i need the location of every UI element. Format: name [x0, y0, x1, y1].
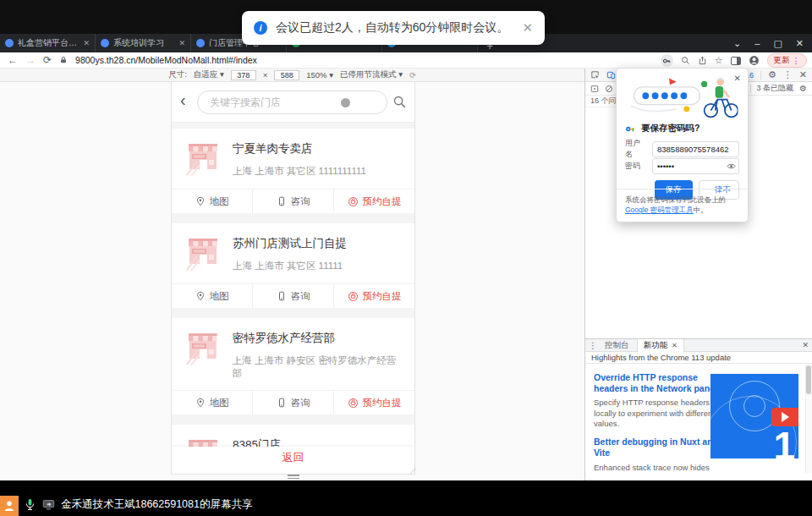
map-button[interactable]: 地图: [172, 189, 252, 213]
meeting-toast: i 会议已超过2人，自动转为60分钟限时会议。 ✕: [242, 11, 545, 45]
profile-avatar-icon[interactable]: [749, 55, 760, 66]
console-context-icon[interactable]: [590, 85, 599, 93]
whats-new-link[interactable]: Override HTTP response headers in the Ne…: [594, 372, 721, 394]
store-info: 宁夏羊肉专卖店 上海 上海市 其它区 1111111111: [233, 140, 366, 178]
info-icon: i: [254, 21, 267, 35]
mobile-viewport: ‹ 宁夏羊肉专卖店 上海 上海市 其它区 1111111111 地图 咨询: [172, 82, 414, 474]
tab-search-icon[interactable]: ⌄: [733, 38, 741, 49]
store-actions: 地图 咨询 预约自提: [172, 189, 414, 213]
store-address: 上海 上海市 其它区 1111111111: [233, 165, 366, 178]
back-chevron-icon[interactable]: ‹: [180, 91, 186, 108]
version-number: 1: [773, 426, 795, 458]
google-key-icon: [625, 124, 636, 134]
store-info: 苏州门店测试上门自提 上海 上海市 其它区 11111: [233, 234, 347, 273]
tab-title: 礼盒营销平台管理中心: [18, 37, 79, 49]
drawer-close-icon[interactable]: ✕: [802, 341, 809, 349]
chrome-update-button[interactable]: 更新 ⋮: [767, 53, 808, 68]
whats-new-text: Specify HTTP response headers locally to…: [594, 398, 721, 429]
whats-new-header: Highlights from the Chrome 113 update: [585, 352, 812, 364]
whats-new-body: Override HTTP response headers in the Ne…: [585, 364, 812, 473]
toast-message: 会议已超过2人，自动转为60分钟限时会议。: [276, 20, 508, 36]
store-address: 上海 上海市 静安区 密特罗德水产经营部: [233, 354, 404, 380]
pickup-button[interactable]: 预约自提: [333, 284, 414, 308]
lock-icon: [59, 56, 68, 64]
throttle-dropdown[interactable]: 已停用节流模式 ▾: [340, 69, 403, 80]
inspect-element-icon[interactable]: [590, 70, 600, 80]
window-close-button[interactable]: ✕: [796, 38, 804, 49]
touch-cursor-dot: [341, 98, 350, 107]
tab-gift-admin[interactable]: 礼盒营销平台管理中心 ✕: [0, 34, 96, 52]
devtools-close-icon[interactable]: ✕: [799, 70, 807, 80]
menu-dots-icon: ⋮: [793, 56, 801, 65]
password-row: 密码: [625, 158, 739, 174]
tab-training[interactable]: 系统培训学习 ✕: [96, 34, 191, 52]
toast-close-icon[interactable]: ✕: [522, 20, 533, 36]
dialog-footer: 系统会将密码保存到此设备上的 Google 密码管理工具中。: [617, 189, 748, 222]
zoom-dropdown[interactable]: 150% ▾: [306, 70, 333, 80]
zoom-icon[interactable]: [681, 56, 690, 65]
url-text[interactable]: 9800ys.th28.cn/MobileModNoMall.html#/ind…: [75, 55, 257, 65]
username-field[interactable]: [652, 141, 739, 157]
bookmark-star-icon[interactable]: ☆: [715, 55, 723, 66]
pickup-button[interactable]: 预约自提: [333, 189, 414, 213]
consult-button[interactable]: 咨询: [252, 284, 333, 308]
password-label: 密码: [625, 161, 647, 172]
devtools-settings-icon[interactable]: ⚙: [768, 70, 776, 80]
tab-close-icon[interactable]: ✕: [83, 39, 90, 47]
toolbar-right-cluster: ☆ 更新 ⋮: [661, 52, 807, 69]
username-label: 用户名: [625, 138, 647, 160]
tab-console[interactable]: 控制台: [599, 339, 635, 352]
pickup-button[interactable]: 预约自提: [333, 391, 414, 414]
dialog-title: 要保存密码吗?: [625, 123, 700, 134]
refresh-icon[interactable]: ⟳: [43, 55, 52, 65]
search-pill[interactable]: [197, 91, 387, 114]
share-status-row: 金禾通技术王斌18662591081的屏幕共享: [24, 497, 252, 512]
microphone-icon[interactable]: [24, 498, 36, 511]
share-icon[interactable]: [698, 56, 707, 65]
password-key-icon[interactable]: [661, 54, 673, 67]
storefront-icon: [184, 234, 222, 273]
store-name: 苏州门店测试上门自提: [233, 236, 347, 251]
store-card-3: 密特罗德水产经营部 上海 上海市 静安区 密特罗德水产经营部 地图 咨询 预约自…: [172, 318, 414, 414]
store-search-input[interactable]: [198, 91, 387, 113]
drawer-menu-icon[interactable]: ⋮: [589, 341, 597, 350]
store-card-top: 密特罗德水产经营部 上海 上海市 静安区 密特罗德水产经营部: [172, 318, 414, 391]
store-list: 宁夏羊肉专卖店 上海 上海市 其它区 1111111111 地图 咨询 预约自提…: [172, 123, 414, 474]
rotate-icon[interactable]: ⟳: [409, 70, 416, 80]
devtools-menu-icon[interactable]: ⋮: [783, 70, 793, 80]
forward-icon[interactable]: →: [25, 55, 36, 65]
tab-close-icon[interactable]: ✕: [672, 342, 678, 349]
tab-whats-new[interactable]: 新功能 ✕: [637, 339, 684, 352]
tab-favicon: [196, 39, 205, 47]
responsive-dropdown[interactable]: 自适应 ▾: [194, 69, 224, 80]
times-label: ×: [263, 70, 268, 80]
viewport-height-input[interactable]: [274, 70, 299, 80]
password-manager-link[interactable]: Google 密码管理工具: [625, 206, 694, 214]
drag-handle[interactable]: [288, 475, 299, 480]
map-button[interactable]: 地图: [172, 391, 252, 414]
search-icon[interactable]: [392, 95, 407, 109]
map-button[interactable]: 地图: [172, 284, 252, 308]
resize-corner-icon[interactable]: ⟋: [410, 467, 415, 476]
back-icon[interactable]: ←: [8, 55, 18, 65]
devtools-drawer: ⋮ 控制台 新功能 ✕ ✕ Highlights from the Chrome…: [584, 338, 812, 474]
viewport-width-input[interactable]: [231, 70, 256, 80]
store-card-2: 苏州门店测试上门自提 上海 上海市 其它区 11111 地图 咨询 预约自提: [172, 223, 414, 308]
show-password-eye-icon[interactable]: [727, 162, 736, 171]
consult-button[interactable]: 咨询: [252, 189, 333, 213]
tab-close-icon[interactable]: ✕: [178, 39, 185, 47]
store-search-header: ‹: [172, 82, 414, 123]
window-minimize-button[interactable]: –: [754, 38, 760, 48]
console-settings-icon[interactable]: ⚙: [799, 85, 807, 93]
clear-console-icon[interactable]: [605, 85, 613, 93]
window-maximize-button[interactable]: ▢: [773, 38, 782, 49]
drawer-scrollbar[interactable]: [805, 364, 812, 473]
device-toolbar-icon[interactable]: [606, 70, 616, 80]
back-button[interactable]: 返回: [283, 450, 304, 474]
drawer-tab-bar: ⋮ 控制台 新功能 ✕ ✕: [585, 339, 812, 352]
consult-button[interactable]: 咨询: [252, 391, 333, 414]
side-panel-icon[interactable]: [731, 57, 741, 65]
whats-new-link[interactable]: Better debugging in Nuxt and Vite: [594, 436, 721, 458]
tab-favicon: [101, 39, 109, 47]
browser-toolbar: ← → ⟳ 9800ys.th28.cn/MobileModNoMall.htm…: [0, 52, 812, 69]
